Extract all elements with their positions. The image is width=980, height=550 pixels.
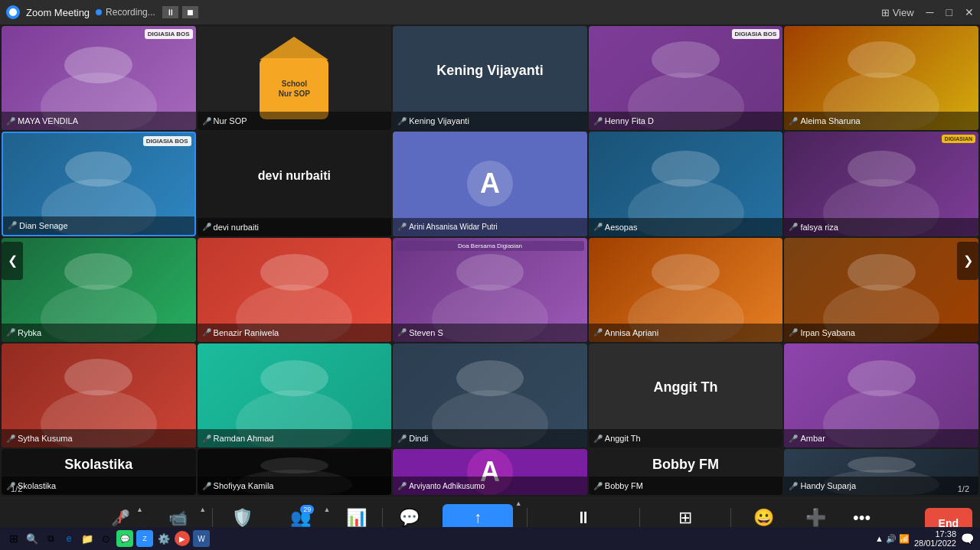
view-button[interactable]: ⊞ View [881,7,914,18]
close-button[interactable]: ✕ [965,6,974,18]
digiasia-badge-falsya: DIGIASIAN [942,135,975,143]
video-tile-aeso[interactable]: 🎤 Aesopas [589,132,783,236]
video-tile-skolastika[interactable]: Skolastika 🎤 Skolastika [2,449,196,495]
settings-icon[interactable]: ⚙️ [156,531,172,546]
video-tile-handy[interactable]: 🎤 Handy Suparja [784,449,978,495]
video-tile-rybka[interactable]: 🎤 Rybka [2,238,196,342]
video-chevron-icon[interactable]: ▲ [199,506,206,513]
titlebar-left: Zoom Meeting Recording... ⏸ ⏹ [6,5,198,19]
tile-name-strip-devi: 🎤 devi nurbaiti [198,218,392,236]
mic-icon-falsya: 🎤 [789,223,798,231]
whatsapp-icon[interactable]: 💬 [116,530,133,547]
tile-name-strip-henny: 🎤 Henny Fita D [589,112,783,130]
search-taskbar-icon[interactable]: 🔍 [24,531,40,546]
tile-name-strip-arvi: 🎤 Arviyanto Adhikusumo [393,477,587,495]
tile-name-strip-skolastika: 🎤 Skolastika [2,477,196,495]
grid-icon: ⊞ [881,7,890,18]
next-page-button[interactable]: ❯ [957,242,978,280]
bobby-large-name: Bobby FM [652,457,719,473]
video-tile-devi[interactable]: devi nurbaiti 🎤 devi nurbaiti [198,132,392,236]
page-indicator-right: 1/2 [958,484,969,493]
video-tile-arini[interactable]: A 🎤 Arini Ahsanisa Widar Putri [393,132,587,236]
video-tile-henny[interactable]: DIGIASIA BOS 🎤 Henny Fita D [589,26,783,130]
mic-icon-bobby: 🎤 [593,482,603,490]
digiasia-badge-henny: DIGIASIA BOS [732,29,780,39]
video-tile-irpan[interactable]: 🎤 Irpan Syabana [784,238,978,342]
video-tile-sytha[interactable]: 🎤 Sytha Kusuma [2,343,196,447]
participants-chevron-icon[interactable]: ▲ [323,506,330,513]
recording-indicator: Recording... ⏸ ⏹ [96,6,198,18]
chat-icon: 💬 [399,508,420,528]
share-screen-chevron-icon[interactable]: ▲ [515,500,522,507]
tile-name-strip-aeso: 🎤 Aesopas [589,218,783,236]
video-tile-bobby[interactable]: Bobby FM 🎤 Bobby FM [589,449,783,495]
video-tile-benazir[interactable]: 🎤 Benazir Raniwela [198,238,392,342]
recording-pause-button[interactable]: ⏸ [162,6,178,18]
tile-name-ramdan: Ramdan Ahmad [214,434,274,443]
task-view-icon[interactable]: ⧉ [43,531,58,546]
tile-name-ambar: Ambar [800,434,825,443]
word-icon[interactable]: W [193,530,210,547]
logo-roof [260,37,328,60]
video-tile-kening[interactable]: Kening Vijayanti 🎤 Kening Vijayanti [393,26,587,130]
mic-off-icon-dindi: 🎤 [397,434,407,443]
mic-off-icon-steven: 🎤 [397,328,407,337]
edge-icon[interactable]: e [61,531,77,546]
recording-stop-button[interactable]: ⏹ [182,6,198,18]
video-tile-shofiyya[interactable]: 🎤 Shofiyya Kamila [198,449,392,495]
windows-start-icon[interactable]: ⊞ [6,531,21,546]
digiasia-badge-dian: DIGIASIA BOS [143,136,191,146]
video-grid: DIGIASIA BOS 🎤 MAYA VENDILA SchoolNur SO… [0,24,980,496]
arini-avatar: A [467,161,513,207]
unmute-chevron-icon[interactable]: ▲ [136,506,143,513]
mic-off-icon-devi: 🎤 [202,223,211,231]
tile-name-annisa: Annisa Apriani [605,328,658,337]
video-tile-dian[interactable]: DIGIASIA BOS 🎤 Dian Senage [2,132,196,236]
video-tile-maya[interactable]: DIGIASIA BOS 🎤 MAYA VENDILA [2,26,196,130]
tile-name-aleima: Aleima Sharuna [800,116,860,125]
recording-dot [96,9,102,15]
folder-icon[interactable]: 📁 [80,531,95,546]
tile-name-strip-bobby: 🎤 Bobby FM [589,477,783,495]
tile-name-skolastika: Skolastika [18,481,56,490]
digiasia-badge-maya: DIGIASIA BOS [145,29,193,39]
security-icon: 🛡️ [232,508,253,528]
video-tile-annisa[interactable]: 🎤 Annisa Apriani [589,238,783,342]
taskbar-right: ▲ 🔊 📶 17:38 28/01/2022 🗨️ [875,529,974,548]
tile-name-irpan: Irpan Syabana [800,328,855,337]
notification-icon[interactable]: 🗨️ [961,532,974,545]
taskbar-time-text: 17:38 [914,529,956,539]
video-tile-ambar[interactable]: 🎤 Ambar [784,343,978,447]
video-tile-dindi[interactable]: 🎤 Dindi [393,343,587,447]
video-tile-ramdan[interactable]: 🎤 Ramdan Ahmad [198,343,392,447]
unmute-icon-wrap: 🎤 / [111,509,130,527]
zoom-taskbar-icon[interactable]: Z [136,530,153,547]
prev-page-button[interactable]: ❮ [2,242,23,280]
mic-icon-anggit: 🎤 [593,434,603,443]
kening-large-name: Kening Vijayanti [436,63,544,79]
video-off-icon: 📹 [168,509,188,526]
tile-name-strip-shofiyya: 🎤 Shofiyya Kamila [198,477,392,495]
mic-off-icon-handy: 🎤 [789,482,798,490]
skolastika-large-name: Skolastika [64,457,132,473]
participants-count-badge: 29 [300,505,314,514]
media-icon[interactable]: ▶ [175,531,190,546]
tile-name-nursop: Nur SOP [214,116,247,125]
video-tile-falsya[interactable]: DIGIASIAN 🎤 falsya riza [784,132,978,236]
video-tile-arvi[interactable]: A 🎤 Arviyanto Adhikusumo [393,449,587,495]
video-tile-anggit[interactable]: Anggit Th 🎤 Anggit Th [589,343,783,447]
mic-off-icon-rybka: 🎤 [6,328,15,337]
tile-name-strip-maya: 🎤 MAYA VENDILA [2,112,196,130]
minimize-button[interactable]: ─ [926,6,934,18]
tile-name-falsya: falsya riza [800,223,838,232]
video-tile-aleima[interactable]: 🎤 Aleima Sharuna [784,26,978,130]
maximize-button[interactable]: □ [946,6,952,18]
video-tile-steven[interactable]: Doa Bersama Digiasian 🎤 Steven S [393,238,587,342]
tile-name-strip-anggit: 🎤 Anggit Th [589,429,783,447]
tile-name-benazir: Benazir Raniwela [214,328,279,337]
devi-large-name: devi nurbaiti [258,169,331,183]
chrome-icon[interactable]: ⊙ [98,531,113,546]
tile-name-strip-arini: 🎤 Arini Ahsanisa Widar Putri [393,218,587,236]
logo-box: SchoolNur SOP [260,58,328,119]
video-tile-nursop[interactable]: SchoolNur SOP 🎤 Nur SOP [198,26,392,130]
